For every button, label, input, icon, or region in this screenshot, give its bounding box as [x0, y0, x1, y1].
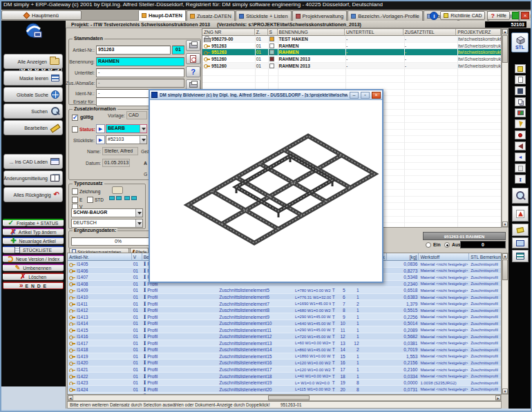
zoom-button[interactable]: [512, 188, 529, 204]
stl-button[interactable]: STL: [511, 32, 529, 52]
gray-doc-button[interactable]: [515, 164, 526, 173]
column-header[interactable]: Artikel-Nr.: [68, 253, 132, 261]
print-button[interactable]: [186, 40, 200, 51]
chevron-down-icon[interactable]: [140, 136, 146, 144]
column-header[interactable]: Werkstoff: [419, 253, 469, 261]
record-button[interactable]: [515, 130, 526, 139]
help-info-button[interactable]: ?: [186, 66, 200, 77]
table-row[interactable]: I142101IProfilZuschnittslistenelement17L…: [68, 366, 501, 373]
typ-combo[interactable]: SCHW-BAUGR: [71, 208, 143, 217]
gueltig-checkbox[interactable]: [72, 115, 78, 121]
column-header[interactable]: [kg]: [387, 253, 419, 261]
globale-suche-button[interactable]: Globale Suche: [3, 87, 63, 102]
table-row[interactable]: 95126001RAHMEN 2013--itw\Schweisskonstru…: [202, 56, 501, 63]
viewer-titlebar[interactable]: DM simply Bildviewer (c) by Dipl. Ing. A…: [150, 90, 382, 100]
untertitel-field[interactable]: -: [96, 68, 184, 77]
status-combo[interactable]: BEARB: [106, 124, 147, 133]
list-view-button[interactable]: [512, 250, 529, 262]
table-row[interactable]: I141801IProfilZuschnittslistenelement14L…: [68, 346, 501, 353]
stueckliste-combo[interactable]: #52103: [106, 135, 147, 144]
audio-button[interactable]: [515, 141, 526, 150]
aus-radio[interactable]: [444, 242, 450, 248]
table-row[interactable]: I140901IProfilZuschnittslistenelement5L=…: [68, 287, 501, 294]
suchen-button[interactable]: Suchen: [3, 104, 63, 119]
column-header[interactable]: BENENNUNG: [278, 29, 345, 36]
stueckliste-goto-button[interactable]: [96, 135, 105, 144]
neue-version-button[interactable]: Neue Version / Index: [3, 255, 64, 262]
table-row[interactable]: I141901IProfilZuschnittslistenelement15L…: [68, 353, 501, 360]
artikel-typ-aendern-button[interactable]: ✗Artikel Typ ändern: [3, 228, 64, 235]
chevron-down-icon[interactable]: [140, 125, 146, 133]
column-header[interactable]: PROJEKTVERZ: [456, 29, 501, 36]
color-swatch-button[interactable]: [112, 186, 123, 194]
viewer-maximize-button[interactable]: ▫: [361, 92, 370, 99]
tab-stueckliste[interactable]: Stückliste + Listen: [236, 10, 292, 21]
alles-rueckgaengig-button[interactable]: Alles Rückgängig↶: [3, 187, 63, 202]
forward-button[interactable]: ◄: [515, 153, 526, 161]
table-row[interactable]: 95126301RAHMEN--itw\Schweisskonstrukti..…: [202, 43, 501, 50]
ende-button[interactable]: »E N D E: [3, 282, 64, 289]
table-row[interactable]: 95126301RAHMEN--itw\schweisskonstrukti..…: [202, 49, 501, 56]
benennung-field[interactable]: RAHMEN: [96, 57, 184, 66]
tab-bezeichn-vorlagen[interactable]: Bezeichn.-Vorlagen-Profile: [348, 10, 423, 21]
table-row[interactable]: 95126001RAHMEN 2013--itw\Schweisskonstru…: [202, 63, 501, 70]
status-goto-button[interactable]: [96, 124, 105, 133]
close-button[interactable]: [521, 12, 529, 19]
hauptmenu-button[interactable]: Hauptmenü: [1, 10, 82, 20]
bearbeiten-button[interactable]: Bearbeiten: [3, 120, 63, 135]
viewer-canvas[interactable]: [150, 100, 382, 282]
export-doc-button[interactable]: [515, 64, 526, 73]
loeschen-button[interactable]: ✗Löschen: [3, 273, 64, 280]
tab-haupt-daten[interactable]: Haupt-DATEN: [138, 10, 186, 21]
table-row[interactable]: I142001IProfilZuschnittslistenelement16L…: [68, 360, 501, 366]
e-checkbox[interactable]: [72, 197, 78, 203]
column-header[interactable]: ZUSATZTITEL: [403, 29, 457, 36]
viewer-close-button[interactable]: ×: [372, 92, 381, 99]
top-table-scrollbar[interactable]: ▲ ▼: [502, 28, 509, 228]
tab-zusatz-daten[interactable]: Zusatz-DATEN: [187, 10, 235, 21]
table-row[interactable]: I141401IProfilZuschnittslistenelement10L…: [68, 320, 501, 327]
alle-anzeigen-button[interactable]: Alle Anzeigen: [3, 54, 63, 69]
artikel-index-field[interactable]: 01: [172, 46, 184, 55]
info-icon[interactable]: [430, 12, 438, 20]
stueckliste-button[interactable]: STÜCKLISTE: [3, 246, 64, 253]
table-row[interactable]: I141301IProfilZuschnittslistenelement9L=…: [68, 313, 501, 320]
document-preview-button[interactable]: [186, 53, 200, 64]
save-button[interactable]: [515, 86, 526, 95]
parts-table-scrollbar[interactable]: ▲ ▼: [502, 253, 509, 395]
std-checkbox[interactable]: [87, 197, 93, 203]
table-row[interactable]: I141501IProfilZuschnittslistenelement11L…: [68, 326, 501, 333]
ins-cad-laden-button[interactable]: ... Ins CAD Laden: [3, 154, 63, 169]
table-row[interactable]: I141601IProfilZuschnittslistenelement12L…: [68, 333, 501, 340]
tag-button[interactable]: [512, 224, 529, 236]
pdf-button[interactable]: [512, 206, 529, 222]
quick-action-button[interactable]: [515, 119, 526, 128]
chevron-down-icon[interactable]: [135, 209, 142, 217]
table-row[interactable]: I142401IProfilZuschnittslistenelement20L…: [68, 386, 501, 393]
artikel-nr-field[interactable]: 951263: [96, 46, 171, 55]
neuanlage-artikel-button[interactable]: ✚Neuanlage Artikel: [3, 237, 64, 244]
table-row[interactable]: I141101IProfilZuschnittslistenelement7L=…: [68, 300, 501, 307]
monitor-button[interactable]: [512, 237, 529, 248]
zeichnung-checkbox[interactable]: [72, 188, 78, 195]
maske-leeren-button[interactable]: Maske leeren: [3, 70, 63, 86]
table-row[interactable]: I141201IProfilZuschnittslistenelement8L=…: [68, 307, 501, 314]
profile-button[interactable]: I: [515, 175, 526, 184]
help-button[interactable]: Hilfe: [487, 11, 510, 20]
chevron-down-icon[interactable]: [135, 219, 142, 227]
table-row[interactable]: 956279-0001TEST HAKEN--itw\schweisskonst…: [202, 36, 501, 43]
image-button[interactable]: [515, 108, 526, 117]
table-row[interactable]: I141701IProfilZuschnittslistenelement13L…: [68, 340, 501, 347]
copy-button[interactable]: [515, 97, 526, 106]
column-header[interactable]: Z.: [255, 29, 268, 36]
status-checkbox[interactable]: [72, 126, 78, 133]
tab-projektverwaltung[interactable]: Projektverwaltung: [292, 10, 348, 21]
column-header[interactable]: S: [268, 29, 278, 36]
viewer-minimize-button[interactable]: –: [350, 92, 359, 99]
ein-radio[interactable]: [426, 242, 431, 248]
parts-table-hscrollbar[interactable]: ◄ ►: [67, 395, 502, 401]
sprache-combo[interactable]: DEUTSCH: [71, 219, 143, 228]
new-doc-button[interactable]: [515, 75, 526, 84]
column-header[interactable]: UNTERTITEL: [345, 29, 403, 36]
richtlinie-cad-button[interactable]: Richtlinie CAD: [440, 11, 485, 20]
